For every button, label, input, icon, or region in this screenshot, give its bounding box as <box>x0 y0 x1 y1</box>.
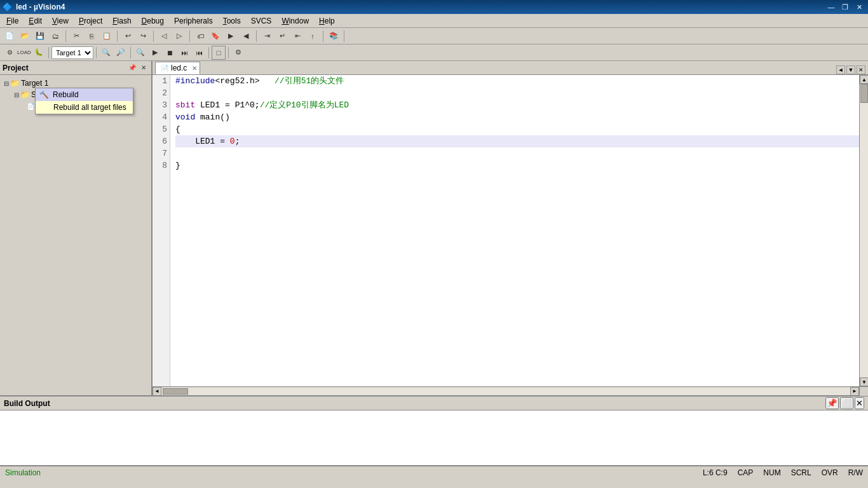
save-button[interactable]: 💾 <box>33 29 47 43</box>
editor-area: 📄 led.c ✕ ◄ ▼ ✕ 1 2 3 4 5 <box>153 61 868 395</box>
tab-ctrl-close[interactable]: ✕ <box>857 65 865 74</box>
code-brace-open: { <box>175 123 180 135</box>
redo-button[interactable]: ↪ <box>136 29 150 43</box>
menu-file[interactable]: File <box>1 15 24 27</box>
new-file-button[interactable]: 📄 <box>3 29 17 43</box>
line-num-3: 3 <box>153 99 167 111</box>
status-right-area: L:6 C:9 CAP NUM SCRL OVR R/W <box>703 468 863 477</box>
rebuild-tooltip: 🔨 Rebuild Rebuild all target files <box>35 88 133 114</box>
project-panel: Project 📌 ✕ ⊟ 📁 Target 1 ⊟ 📁 Source Grou… <box>0 61 153 395</box>
toolbar-2: ⚙ LOAD 🐛 Target 1 🔍 🔎 🔍 ▶ ⏹ ⏭ ⏮ □ ⚙ <box>0 44 868 61</box>
build-output-close[interactable]: ✕ <box>855 397 864 409</box>
indent1-button[interactable]: ⇥ <box>260 29 274 43</box>
rebuild-all-item[interactable]: Rebuild all target files <box>36 101 133 114</box>
menu-bar: File Edit View Project Flash Debug Perip… <box>0 14 868 28</box>
code-main: main() <box>195 111 230 123</box>
scroll-down-button[interactable]: ▼ <box>860 377 868 386</box>
menu-window[interactable]: Window <box>276 15 314 27</box>
bookmark4-button[interactable]: ◀ <box>239 29 253 43</box>
toolbar-btn-9[interactable]: 🔍 <box>99 46 113 60</box>
build-output-float[interactable]: ⬜ <box>840 397 853 409</box>
tab-close-button[interactable]: ✕ <box>192 65 197 72</box>
hscroll-left-button[interactable]: ◄ <box>153 387 161 396</box>
save-all-button[interactable]: 🗂 <box>48 29 62 43</box>
code-line-7 <box>175 147 859 159</box>
toolbar-step-btn[interactable]: ⏭ <box>177 46 191 60</box>
toolbar-mem-btn[interactable]: □ <box>212 46 226 60</box>
scroll-thumb[interactable] <box>860 84 868 103</box>
code-comment1: //引用51的头文件 <box>275 75 344 87</box>
toolbar-run-btn[interactable]: ▶ <box>148 46 162 60</box>
cut-button[interactable]: ✂ <box>69 29 83 43</box>
build-output-header: Build Output 📌 ⬜ ✕ <box>0 396 868 410</box>
code-space1 <box>260 75 275 87</box>
tab-led-c[interactable]: 📄 led.c ✕ <box>155 62 200 74</box>
menu-edit[interactable]: Edit <box>24 15 47 27</box>
debug-btn-toolbar[interactable]: 🐛 <box>32 46 46 60</box>
toolbar-stepout-btn[interactable]: ⏮ <box>192 46 206 60</box>
menu-project[interactable]: Project <box>74 15 107 27</box>
load-button[interactable]: LOAD <box>17 46 31 60</box>
menu-flash[interactable]: Flash <box>107 15 136 27</box>
project-pin-button[interactable]: 📌 <box>127 63 137 73</box>
close-button[interactable]: ✕ <box>853 2 865 12</box>
nav-fwd-button[interactable]: ▷ <box>172 29 186 43</box>
copy-button[interactable]: ⎘ <box>85 29 98 43</box>
undo-button[interactable]: ↩ <box>121 29 135 43</box>
code-line-5: { <box>175 123 859 135</box>
menu-peripherals[interactable]: Peripherals <box>169 15 218 27</box>
bookmark1-button[interactable]: 🏷 <box>193 29 207 43</box>
indent2-button[interactable]: ↵ <box>275 29 289 43</box>
window-title-area: 🔷 led - µVision4 <box>3 3 65 11</box>
open-doc-button[interactable]: 📚 <box>327 29 341 43</box>
indent4-button[interactable]: ↑ <box>306 29 320 43</box>
sep12 <box>228 47 229 58</box>
toolbar-btn-10[interactable]: 🔎 <box>114 46 128 60</box>
hscroll-thumb[interactable] <box>163 388 188 395</box>
sep7 <box>344 30 344 42</box>
menu-svcs[interactable]: SVCS <box>246 15 277 27</box>
build-output-pin[interactable]: 📌 <box>825 397 839 409</box>
build-output-title: Build Output <box>4 399 50 408</box>
code-line-8: } <box>175 159 859 172</box>
menu-help[interactable]: Help <box>314 15 340 27</box>
maximize-button[interactable]: ❐ <box>839 2 851 12</box>
project-panel-header: Project 📌 ✕ <box>0 61 151 75</box>
code-editor[interactable]: 1 2 3 4 5 6 7 8 #include<reg52.h> //引用51… <box>153 75 859 386</box>
code-line-2 <box>175 87 859 99</box>
menu-view[interactable]: View <box>47 15 74 27</box>
build-output-content[interactable] <box>0 410 868 465</box>
tab-ctrl-left[interactable]: ◄ <box>836 65 845 74</box>
sep6 <box>323 30 323 42</box>
rebuild-item[interactable]: 🔨 Rebuild <box>36 88 133 101</box>
project-close-button[interactable]: ✕ <box>139 63 149 73</box>
minimize-button[interactable]: — <box>825 2 837 12</box>
code-content[interactable]: #include<reg52.h> //引用51的头文件 sbit LED1 =… <box>170 75 859 386</box>
build-button[interactable]: ⚙ <box>3 46 17 60</box>
bookmark2-button[interactable]: 🔖 <box>208 29 222 43</box>
rebuild-all-label: Rebuild all target files <box>53 103 126 112</box>
rebuild-icon: 🔨 <box>39 90 49 99</box>
indent3-button[interactable]: ⇤ <box>290 29 304 43</box>
status-num: NUM <box>763 468 780 477</box>
toolbar-search-btn[interactable]: 🔍 <box>133 46 147 60</box>
sep9 <box>96 47 97 58</box>
target-dropdown[interactable]: Target 1 <box>51 46 93 59</box>
nav-back-button[interactable]: ◁ <box>157 29 171 43</box>
menu-debug[interactable]: Debug <box>137 15 169 27</box>
bookmark3-button[interactable]: ▶ <box>224 29 238 43</box>
code-semicolon: ; <box>235 135 240 147</box>
paste-button[interactable]: 📋 <box>100 29 114 43</box>
status-scrl: SCRL <box>791 468 811 477</box>
open-file-button[interactable]: 📂 <box>18 29 32 43</box>
window-icon: 🔷 <box>3 3 12 11</box>
code-sbit: sbit <box>175 99 195 111</box>
tab-ctrl-right[interactable]: ▼ <box>846 65 855 74</box>
scroll-up-button[interactable]: ▲ <box>860 75 868 84</box>
code-brace-close: } <box>175 159 180 172</box>
toolbar-settings-btn[interactable]: ⚙ <box>231 46 245 60</box>
toolbar-stop-btn[interactable]: ⏹ <box>163 46 177 60</box>
hscroll-right-button[interactable]: ► <box>850 387 859 396</box>
menu-tools[interactable]: Tools <box>218 15 246 27</box>
code-void: void <box>175 111 195 123</box>
